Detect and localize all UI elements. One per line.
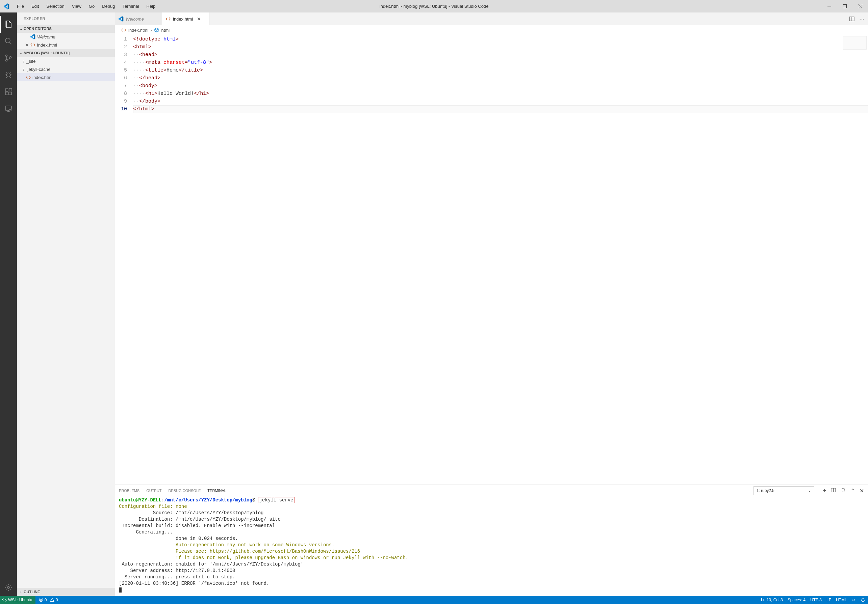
remote-indicator[interactable]: WSL: Ubuntu	[0, 596, 36, 604]
svg-point-1	[5, 38, 10, 43]
svg-rect-6	[5, 89, 8, 91]
chevron-right-icon: ›	[18, 590, 24, 594]
maximize-panel-icon[interactable]: ⌃	[851, 488, 855, 494]
settings-gear-icon[interactable]	[0, 579, 17, 596]
menu-bar: FileEditSelectionViewGoDebugTerminalHelp	[14, 1, 159, 11]
panel-tab-terminal[interactable]: TERMINAL	[208, 487, 226, 495]
svg-rect-9	[9, 88, 12, 91]
status-bar: WSL: Ubuntu 0 0 Ln 10, Col 8 Spaces: 4 U…	[0, 596, 868, 604]
menu-terminal[interactable]: Terminal	[119, 1, 142, 11]
kill-terminal-icon[interactable]	[841, 488, 846, 494]
explorer-icon[interactable]	[0, 16, 17, 33]
vscode-logo-icon	[3, 3, 9, 9]
open-editor-item[interactable]: ✕index.html	[17, 41, 115, 49]
notifications-icon[interactable]	[860, 598, 865, 602]
html-icon	[166, 16, 171, 22]
extensions-icon[interactable]	[0, 83, 17, 100]
terminal[interactable]: ubuntu@YZY-DELL:/mnt/c/Users/YZY/Desktop…	[115, 496, 868, 596]
encoding[interactable]: UTF-8	[810, 598, 822, 602]
svg-point-4	[10, 57, 11, 59]
svg-point-12	[8, 587, 9, 589]
terminal-command: jekyll serve	[258, 497, 295, 503]
debug-icon[interactable]	[0, 66, 17, 83]
menu-selection[interactable]: Selection	[43, 1, 68, 11]
source-control-icon[interactable]	[0, 49, 17, 66]
indentation[interactable]: Spaces: 4	[787, 598, 806, 602]
breadcrumbs[interactable]: index.html › html	[115, 25, 868, 35]
panel-tab-output[interactable]: OUTPUT	[146, 487, 161, 495]
chevron-right-icon: ›	[21, 59, 26, 64]
new-terminal-icon[interactable]: +	[823, 488, 826, 494]
minimize-button[interactable]	[822, 0, 837, 12]
svg-point-3	[6, 60, 8, 62]
outline-section[interactable]: › OUTLINE	[17, 588, 115, 596]
split-terminal-icon[interactable]	[831, 488, 836, 494]
symbol-icon	[154, 27, 160, 33]
language-mode[interactable]: HTML	[836, 598, 847, 602]
feedback-icon[interactable]: ☺	[852, 598, 856, 602]
svg-rect-7	[5, 92, 8, 95]
editor-tab[interactable]: index.html✕	[162, 12, 209, 25]
search-icon[interactable]	[0, 33, 17, 49]
menu-help[interactable]: Help	[143, 1, 159, 11]
html-file-icon	[26, 74, 31, 80]
more-actions-icon[interactable]: ⋯	[859, 16, 865, 22]
svg-point-2	[6, 55, 8, 57]
svg-rect-8	[9, 92, 11, 95]
tree-item[interactable]: index.html	[17, 73, 115, 81]
editor-tabs: Welcomeindex.html✕ ⋯	[115, 12, 868, 25]
problems-indicator[interactable]: 0 0	[39, 598, 58, 602]
remote-explorer-icon[interactable]	[0, 100, 17, 117]
svg-rect-0	[843, 5, 846, 8]
menu-debug[interactable]: Debug	[99, 1, 118, 11]
minimap[interactable]	[843, 36, 866, 49]
menu-view[interactable]: View	[68, 1, 85, 11]
close-icon[interactable]: ✕	[25, 42, 30, 48]
eol[interactable]: LF	[826, 598, 831, 602]
code-editor[interactable]: 12345678910 <!doctype html><html>··<head…	[115, 35, 868, 485]
panel-tab-debug-console[interactable]: DEBUG CONSOLE	[168, 487, 201, 495]
menu-file[interactable]: File	[14, 1, 27, 11]
menu-edit[interactable]: Edit	[28, 1, 42, 11]
editor-tab[interactable]: Welcome	[115, 12, 162, 25]
vscode-icon	[118, 16, 124, 22]
sidebar-header: EXPLORER	[17, 12, 115, 25]
chevron-down-icon: ⌄	[18, 27, 24, 31]
titlebar: FileEditSelectionViewGoDebugTerminalHelp…	[0, 0, 868, 12]
html-file-icon	[121, 27, 126, 33]
tree-item[interactable]: ›_site	[17, 57, 115, 65]
tree-item[interactable]: ›.jekyll-cache	[17, 65, 115, 73]
cursor-position[interactable]: Ln 10, Col 8	[761, 598, 783, 602]
close-window-button[interactable]	[852, 0, 868, 12]
menu-go[interactable]: Go	[85, 1, 98, 11]
sidebar: EXPLORER ⌄ OPEN EDITORS Welcome✕index.ht…	[17, 12, 115, 596]
html-icon	[30, 42, 36, 48]
svg-point-5	[6, 73, 11, 77]
terminal-selector[interactable]: 1: ruby2.5 ⌄	[753, 486, 814, 495]
close-tab-icon[interactable]: ✕	[197, 16, 201, 22]
maximize-button[interactable]	[837, 0, 852, 12]
chevron-down-icon: ⌄	[18, 51, 24, 56]
panel: PROBLEMSOUTPUTDEBUG CONSOLETERMINAL 1: r…	[115, 485, 868, 596]
project-section[interactable]: ⌄ MYBLOG [WSL: UBUNTU]	[17, 49, 115, 57]
chevron-down-icon: ⌄	[808, 488, 811, 493]
window-title: index.html - myblog [WSL: Ubuntu] - Visu…	[380, 4, 489, 9]
activity-bar	[0, 12, 17, 596]
close-panel-icon[interactable]: ✕	[860, 488, 864, 494]
open-editor-item[interactable]: Welcome	[17, 33, 115, 41]
panel-tab-problems[interactable]: PROBLEMS	[119, 487, 140, 495]
chevron-right-icon: ›	[21, 67, 26, 72]
vscode-icon	[30, 34, 36, 40]
open-editors-section[interactable]: ⌄ OPEN EDITORS	[17, 25, 115, 33]
split-editor-icon[interactable]	[849, 16, 854, 22]
